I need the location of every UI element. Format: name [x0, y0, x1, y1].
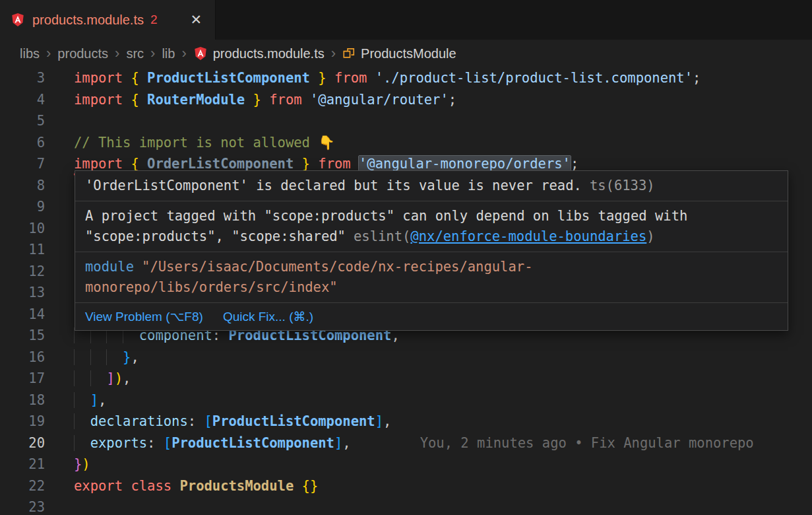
- quick-fix-action[interactable]: Quick Fix... (⌘.): [223, 309, 313, 324]
- token-br1: {}: [302, 478, 319, 494]
- line-number[interactable]: 4: [0, 89, 45, 111]
- code-content: ]),: [74, 368, 131, 390]
- module-keyword: module: [85, 259, 134, 275]
- eslint-source-open: eslint(: [354, 228, 410, 244]
- token-str: '@angular/router': [310, 92, 449, 108]
- breadcrumb: libs›products›src›lib› products.module.t…: [0, 40, 812, 67]
- token-br3: ]: [334, 435, 342, 451]
- token-ws: [74, 370, 106, 386]
- breadcrumb-separator: ›: [150, 46, 155, 61]
- code-line[interactable]: 18 ],: [0, 390, 812, 411]
- code-line[interactable]: 4import { RouterModule } from '@angular/…: [0, 89, 812, 111]
- token-pun: ;: [571, 156, 578, 172]
- token-pun: ,: [123, 370, 131, 386]
- breadcrumb-item-libs[interactable]: libs: [20, 46, 40, 61]
- token-br1: ): [115, 370, 123, 386]
- code-line[interactable]: 6// This import is not allowed 👇: [0, 132, 812, 154]
- token-emoji: 👇: [318, 135, 335, 151]
- error-hover-popup: 'OrderListComponent' is declared but its…: [75, 170, 788, 331]
- token-cmp: RouterModule: [147, 92, 245, 108]
- token-ws: [74, 392, 90, 408]
- breadcrumb-item-productsmodule[interactable]: ProductsModule: [342, 46, 456, 61]
- line-number[interactable]: 23: [0, 497, 45, 515]
- line-number[interactable]: 14: [0, 304, 45, 326]
- token-pun: ,: [98, 392, 106, 408]
- code-line[interactable]: 16 },: [0, 347, 812, 368]
- code-line[interactable]: 5: [0, 110, 812, 132]
- code-line[interactable]: 20 exports: [ProductListComponent],You, …: [0, 432, 812, 454]
- code-content: declarations: [ProductListComponent],: [74, 411, 391, 432]
- line-number[interactable]: 12: [0, 261, 45, 283]
- line-number[interactable]: 13: [0, 282, 45, 304]
- editor-tab[interactable]: products.module.ts 2 ✕: [0, 0, 216, 40]
- eslint-rule-link[interactable]: @nx/enforce-module-boundaries: [410, 228, 646, 244]
- editor[interactable]: 3import { ProductListComponent } from '.…: [0, 67, 812, 515]
- hover-eslint-message: A project tagged with "scope:products" c…: [75, 201, 788, 252]
- token-prop: declarations: [90, 413, 188, 429]
- view-problem-action[interactable]: View Problem (⌥F8): [85, 309, 203, 324]
- line-number[interactable]: 11: [0, 239, 45, 261]
- breadcrumb-item-products-module-ts[interactable]: products.module.ts: [193, 46, 325, 61]
- tab-problems-badge: 2: [150, 13, 158, 27]
- token-cmt: // This import is not allowed: [74, 135, 318, 151]
- eslint-error-line1: A project tagged with "scope:products" c…: [85, 208, 687, 224]
- code-line[interactable]: 3import { ProductListComponent } from '.…: [0, 67, 812, 89]
- line-number[interactable]: 17: [0, 368, 45, 390]
- token-kw: import: [74, 156, 131, 172]
- line-number[interactable]: 21: [0, 454, 45, 475]
- breadcrumb-label: ProductsModule: [361, 46, 456, 61]
- token-br1: ): [82, 456, 90, 472]
- token-pun: [294, 478, 301, 494]
- token-cmp: ProductListComponent: [147, 70, 310, 86]
- line-number[interactable]: 9: [0, 196, 45, 218]
- line-number[interactable]: 22: [0, 475, 45, 497]
- ts-error-text: 'OrderListComponent' is declared but its…: [85, 178, 582, 193]
- token-br1: }: [310, 70, 327, 86]
- code-content: // This import is not allowed 👇: [74, 132, 335, 154]
- ts-error-code: ts(6133): [590, 178, 655, 193]
- line-number[interactable]: 6: [0, 132, 45, 154]
- breadcrumb-item-src[interactable]: src: [126, 46, 144, 61]
- breadcrumb-item-lib[interactable]: lib: [162, 46, 175, 61]
- token-br3: [: [164, 435, 172, 451]
- breadcrumb-item-products[interactable]: products: [57, 46, 108, 61]
- line-number[interactable]: 5: [0, 110, 45, 132]
- line-number[interactable]: 16: [0, 347, 45, 368]
- token-br1: }: [294, 156, 310, 172]
- token-pun: ,: [342, 435, 350, 451]
- line-number[interactable]: 18: [0, 390, 45, 411]
- class-icon: [342, 47, 356, 60]
- code-line[interactable]: 21}): [0, 454, 812, 475]
- token-br1: {: [131, 92, 147, 108]
- line-number[interactable]: 20: [0, 432, 45, 454]
- code-content: exports: [ProductListComponent],You, 2 m…: [74, 432, 754, 454]
- breadcrumb-separator: ›: [115, 46, 119, 61]
- line-number[interactable]: 7: [0, 153, 45, 175]
- line-number[interactable]: 19: [0, 411, 45, 432]
- module-path-line1: "/Users/isaac/Documents/code/nx-recipes/…: [142, 259, 532, 275]
- code-line[interactable]: 22export class ProductsModule {}: [0, 475, 812, 497]
- token-cmp: ProductListComponent: [172, 435, 334, 451]
- line-number[interactable]: 3: [0, 67, 45, 89]
- line-number[interactable]: 15: [0, 325, 45, 347]
- token-prop: exports: [90, 435, 147, 451]
- angular-icon: [193, 46, 208, 61]
- token-br3: ]: [375, 413, 383, 429]
- token-pun: :: [147, 435, 164, 451]
- close-tab-icon[interactable]: ✕: [187, 11, 204, 29]
- code-content: },: [74, 347, 139, 368]
- token-br1: {: [131, 70, 147, 86]
- token-pun: ,: [383, 413, 391, 429]
- code-line[interactable]: 23: [0, 497, 812, 515]
- code-line[interactable]: 17 ]),: [0, 368, 812, 390]
- line-number[interactable]: 10: [0, 218, 45, 240]
- git-blame-annotation: You, 2 minutes ago • Fix Angular monorep…: [420, 435, 754, 451]
- token-br1: }: [245, 92, 261, 108]
- line-number[interactable]: 8: [0, 175, 45, 197]
- code-line[interactable]: 19 declarations: [ProductListComponent],: [0, 411, 812, 432]
- token-kw: from: [261, 92, 310, 108]
- code-content: import { ProductListComponent } from './…: [74, 67, 701, 89]
- tab-title: products.module.ts: [32, 13, 144, 28]
- token-br3: }: [123, 349, 131, 365]
- error-squiggle: import { OrderListComponent } from '@ang…: [74, 156, 578, 172]
